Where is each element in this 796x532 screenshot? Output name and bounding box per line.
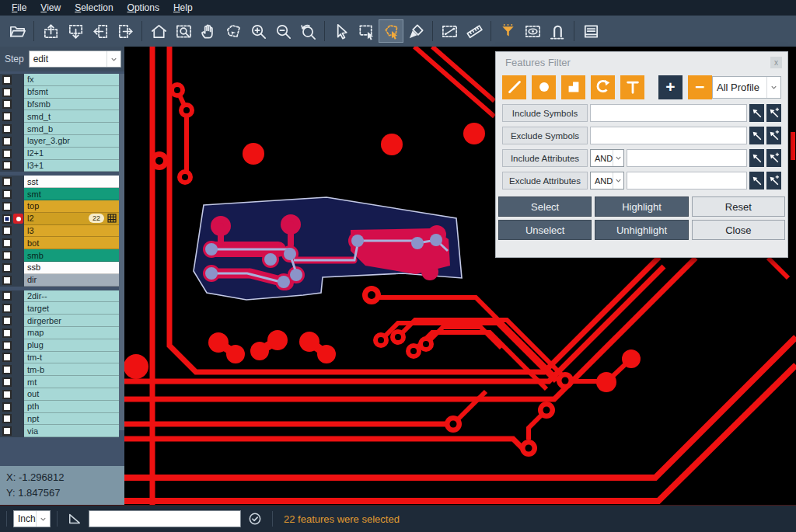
layer-row-l2+1[interactable]: l2+1 — [0, 148, 119, 160]
include-symbols-button[interactable]: Include Symbols — [502, 104, 588, 122]
layer-list-scrollbar[interactable] — [119, 74, 124, 430]
profile-select[interactable]: All Profile — [712, 76, 781, 99]
pick-arrow-button[interactable] — [749, 172, 764, 190]
layer-name-cell[interactable]: out — [24, 388, 119, 401]
layer-checkbox-bfsmt[interactable] — [2, 88, 12, 97]
layer-checkbox-smt[interactable] — [2, 190, 12, 199]
zoom-in-button[interactable] — [246, 19, 271, 43]
layer-checkbox-l2[interactable] — [2, 214, 12, 224]
layer-name-cell[interactable]: bfsmb — [24, 99, 119, 111]
dialog-title-bar[interactable]: Features Filter — [496, 52, 787, 72]
pan-left-button[interactable] — [88, 19, 113, 43]
layer-name-cell[interactable]: dirgerber — [24, 315, 119, 327]
layer-checkbox-layer_3.gbr[interactable] — [2, 137, 12, 146]
layer-row-sst[interactable]: sst — [0, 176, 119, 188]
shape-surface-filter-button[interactable] — [561, 75, 585, 99]
layer-row-l3[interactable]: l3 — [0, 225, 119, 238]
layer-row-ssb[interactable]: ssb — [0, 262, 119, 274]
layer-name-cell[interactable]: smt — [24, 188, 119, 200]
layer-name-cell[interactable]: top — [24, 200, 119, 213]
layer-checkbox-target[interactable] — [2, 304, 12, 313]
measure-distance-button[interactable] — [437, 19, 462, 43]
pan-up-button[interactable] — [38, 19, 63, 43]
layer-checkbox-plug[interactable] — [2, 341, 12, 350]
ruler-button[interactable] — [462, 19, 487, 43]
layer-checkbox-out[interactable] — [2, 390, 12, 399]
layer-checkbox-l3[interactable] — [2, 226, 12, 235]
select-button[interactable]: Select — [498, 196, 592, 217]
step-select[interactable]: edit — [29, 50, 121, 68]
layer-checkbox-npt[interactable] — [2, 414, 12, 423]
layer-checkbox-smd_t[interactable] — [2, 112, 12, 121]
menu-item-view[interactable]: View — [33, 0, 68, 16]
layer-checkbox-map[interactable] — [2, 329, 12, 338]
close-icon[interactable]: x — [770, 57, 782, 68]
select-rect-button[interactable] — [354, 19, 379, 43]
layer-row-pth[interactable]: pth — [0, 401, 119, 413]
layer-name-cell[interactable]: bfsmt — [24, 86, 119, 99]
pick-arrow-button[interactable] — [749, 104, 764, 122]
pick-arrow-plus-button[interactable] — [766, 172, 781, 190]
shape-pad-filter-button[interactable] — [532, 75, 556, 99]
layer-name-cell[interactable]: sst — [24, 176, 119, 188]
grid-icon[interactable] — [107, 214, 117, 223]
menu-item-help[interactable]: Help — [166, 0, 200, 16]
exclude-symbols-button[interactable]: Exclude Symbols — [502, 127, 588, 144]
brush-button[interactable] — [403, 19, 428, 43]
layer-row-top[interactable]: top — [0, 200, 119, 213]
layer-name-cell[interactable]: l3+1 — [24, 160, 119, 172]
include-attributes-button[interactable]: Include Attributes — [502, 149, 588, 167]
layer-name-cell[interactable]: via — [24, 425, 119, 437]
close-button[interactable]: Close — [692, 220, 785, 240]
menu-item-options[interactable]: Options — [120, 0, 166, 16]
layer-name-cell[interactable]: ssb — [24, 262, 119, 274]
zoom-window-button[interactable] — [171, 19, 196, 43]
layer-checkbox-l2+1[interactable] — [2, 149, 12, 158]
layer-name-cell[interactable]: tm-b — [24, 363, 119, 376]
pick-arrow-plus-button[interactable] — [766, 127, 781, 144]
layer-row-via[interactable]: via — [0, 425, 119, 437]
layer-checkbox-ssb[interactable] — [2, 263, 12, 273]
zoom-out-button[interactable] — [271, 19, 295, 43]
layer-checkbox-fx[interactable] — [2, 75, 12, 85]
pick-arrow-plus-button[interactable] — [766, 104, 781, 122]
include-symbols-input[interactable] — [590, 104, 747, 122]
layer-row-mt[interactable]: mt — [0, 376, 119, 388]
layer-row-target[interactable]: target — [0, 302, 119, 315]
reset-button[interactable]: Reset — [692, 196, 785, 217]
filter-funnel-button[interactable] — [495, 19, 520, 43]
layer-checkbox-smd_b[interactable] — [2, 124, 12, 134]
unhighlight-button[interactable]: Unhighlight — [595, 220, 688, 240]
layer-name-cell[interactable]: target — [24, 302, 119, 315]
menu-item-file[interactable]: File — [5, 0, 33, 16]
layer-checkbox-sst[interactable] — [2, 177, 12, 186]
layer-checkbox-top[interactable] — [2, 202, 12, 211]
layer-name-cell[interactable]: smd_t — [24, 110, 119, 123]
layer-name-cell[interactable]: l3 — [24, 225, 119, 238]
add-filter-button[interactable]: + — [658, 75, 683, 99]
shape-text-filter-button[interactable] — [620, 75, 644, 99]
layer-checkbox-mt[interactable] — [2, 377, 12, 387]
layer-row-l2[interactable]: l222 — [0, 213, 119, 225]
layer-name-cell[interactable]: fx — [24, 74, 119, 86]
layer-checkbox-bot[interactable] — [2, 238, 12, 248]
layer-row-dir[interactable]: dir — [0, 274, 119, 287]
layer-checkbox-dir[interactable] — [2, 276, 12, 285]
pan-down-button[interactable] — [63, 19, 88, 43]
layer-row-dirgerber[interactable]: dirgerber — [0, 315, 119, 327]
snap-button[interactable] — [545, 19, 570, 43]
layer-name-cell[interactable]: npt — [24, 413, 119, 426]
layer-name-cell[interactable]: smd_b — [24, 123, 119, 135]
layer-row-bot[interactable]: bot — [0, 237, 119, 249]
layer-checkbox-l3+1[interactable] — [2, 161, 12, 170]
include-attributes-input[interactable] — [627, 149, 747, 167]
select-arrow-button[interactable] — [329, 19, 354, 43]
sync-check-icon[interactable] — [247, 511, 263, 527]
shape-arc-filter-button[interactable] — [591, 75, 615, 99]
layer-checkbox-tm-b[interactable] — [2, 365, 12, 374]
layer-checkbox-2dir--[interactable] — [2, 291, 12, 301]
pan-right-button[interactable] — [113, 19, 138, 43]
operator-select[interactable]: AND — [590, 172, 624, 190]
zoom-polygon-button[interactable] — [221, 19, 246, 43]
layer-name-cell[interactable]: layer_3.gbr — [24, 135, 119, 148]
